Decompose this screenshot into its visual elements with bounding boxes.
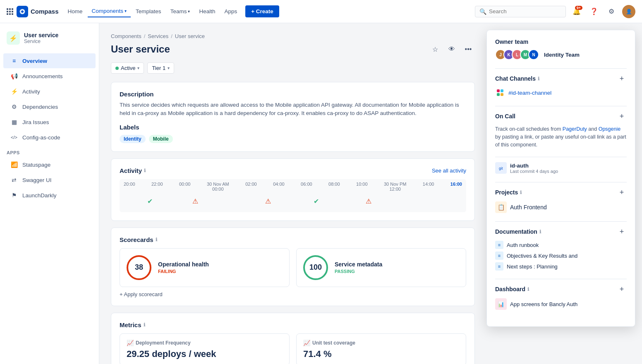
add-on-call-button[interactable]: + bbox=[617, 111, 627, 121]
metric-value-deployment: 29.25 deploys / week bbox=[127, 349, 283, 359]
doc-row-1[interactable]: ≡ Auth runbook bbox=[495, 241, 627, 249]
doc-icon-3: ≡ bbox=[495, 262, 503, 271]
notification-badge: 9+ bbox=[575, 6, 582, 10]
repo-name[interactable]: id-auth bbox=[510, 163, 558, 169]
sidebar-item-jira-issues[interactable]: ▦ Jira Issues bbox=[3, 115, 96, 129]
repo-row[interactable]: git id-auth Last commit 4 days ago bbox=[495, 162, 627, 174]
documentation-info-icon[interactable]: ℹ bbox=[539, 229, 541, 235]
sidebar-item-activity[interactable]: ⚡ Activity bbox=[3, 84, 96, 99]
settings-button[interactable]: ⚙ bbox=[605, 5, 618, 18]
sidebar-item-config-as-code[interactable]: </> Config-as-code bbox=[3, 130, 96, 145]
event-5[interactable]: ⚠ bbox=[366, 197, 371, 205]
doc-row-2[interactable]: ≡ Objectives & Key Results and bbox=[495, 251, 627, 260]
team-avatar-5: N bbox=[528, 49, 539, 60]
opsgenie-link[interactable]: Opsgenie bbox=[599, 126, 621, 132]
add-project-button[interactable]: + bbox=[617, 187, 627, 197]
create-button[interactable]: + Create bbox=[245, 5, 279, 17]
breadcrumb-components[interactable]: Components bbox=[111, 33, 141, 39]
activity-info-icon[interactable]: ℹ bbox=[144, 168, 146, 173]
dashboard-info-icon[interactable]: ℹ bbox=[527, 287, 529, 292]
watch-button[interactable]: 👁 bbox=[445, 43, 458, 56]
chat-info-icon[interactable]: ℹ bbox=[538, 76, 539, 81]
event-3[interactable]: ⚠ bbox=[265, 197, 271, 205]
scorecards-info-icon[interactable]: ℹ bbox=[156, 237, 157, 242]
sidebar-label-activity: Activity bbox=[22, 89, 40, 95]
metric-deployment-frequency[interactable]: 📈 Deployment Frequency 29.25 deploys / w… bbox=[120, 333, 290, 364]
launchdarkly-icon: ⚑ bbox=[10, 191, 18, 199]
scorecard-status-passing: PASSING bbox=[335, 269, 382, 274]
status-chevron-icon: ▾ bbox=[137, 66, 139, 70]
sidebar-item-announcements[interactable]: 📢 Announcements bbox=[3, 69, 96, 84]
sidebar-label-overview: Overview bbox=[22, 58, 47, 64]
nav-teams[interactable]: Teams ▾ bbox=[166, 6, 194, 17]
sidebar-header: ⚡ User service Service bbox=[0, 30, 99, 53]
svg-rect-4 bbox=[501, 93, 503, 96]
doc-name-3[interactable]: Next steps : Planning bbox=[507, 263, 558, 270]
label-identity[interactable]: Identity bbox=[120, 135, 146, 143]
status-badge-active[interactable]: Active ▾ bbox=[111, 62, 144, 74]
user-avatar[interactable]: 👤 bbox=[622, 5, 635, 18]
documentation-header: Documentation ℹ + bbox=[495, 227, 627, 237]
project-row[interactable]: 📋 Auth Frontend bbox=[495, 201, 627, 213]
event-2[interactable]: ⚠ bbox=[192, 197, 198, 205]
identity-team-name[interactable]: Identity Team bbox=[544, 52, 580, 58]
logo[interactable]: Compass bbox=[17, 6, 59, 17]
search-box[interactable]: 🔍 bbox=[475, 6, 566, 17]
on-call-header: On Call + bbox=[495, 111, 627, 121]
more-actions-button[interactable]: ••• bbox=[462, 43, 475, 56]
activity-section: Activity ℹ See all activity 20:0022:0000… bbox=[111, 158, 475, 221]
chat-channels-title: Chat Channels ℹ bbox=[495, 75, 539, 82]
apply-scorecard-button[interactable]: + Apply scorecard bbox=[120, 291, 466, 297]
channel-name[interactable]: #id-team-channel bbox=[508, 90, 551, 96]
event-4[interactable]: ✔ bbox=[314, 197, 319, 205]
timeline-events: ✔ ⚠ ⚠ ✔ ⚠ bbox=[120, 193, 466, 210]
team-row: J K L M N Identity Team bbox=[495, 49, 627, 60]
scorecard-service-metadata[interactable]: 100 Service metadata PASSING bbox=[296, 248, 466, 287]
sidebar-item-statuspage[interactable]: 📶 Statuspage bbox=[3, 157, 96, 172]
on-call-section: On Call + Track on-call schedules from P… bbox=[495, 111, 627, 148]
dashboard-row[interactable]: 📊 App screens for Bancly Auth bbox=[495, 298, 627, 310]
metrics-info-icon[interactable]: ℹ bbox=[144, 322, 145, 328]
sidebar-item-launchdarkly[interactable]: ⚑ LaunchDarkly bbox=[3, 188, 96, 203]
timeline-times: 20:0022:0000:00 30 Nov AM00:00 02:0004:0… bbox=[120, 179, 466, 192]
repo-icon: git bbox=[495, 162, 507, 174]
description-section: Description This service decides which r… bbox=[111, 82, 475, 152]
event-1[interactable]: ✔ bbox=[147, 197, 153, 205]
scorecard-operational-health[interactable]: 38 Operational health FAILING bbox=[120, 248, 290, 287]
nav-components[interactable]: Components ▾ bbox=[88, 5, 131, 17]
label-mobile[interactable]: Mobile bbox=[149, 135, 173, 143]
notifications-button[interactable]: 🔔 9+ bbox=[570, 5, 583, 18]
activity-header: Activity ℹ See all activity bbox=[120, 167, 466, 174]
help-button[interactable]: ❓ bbox=[587, 5, 601, 18]
add-chat-channel-button[interactable]: + bbox=[617, 74, 627, 84]
metric-unit-test-coverage[interactable]: 📈 Unit test coverage 71.4 % bbox=[296, 333, 466, 364]
app-body: ⚡ User service Service ≡ Overview 📢 Anno… bbox=[0, 23, 642, 364]
doc-row-3[interactable]: ≡ Next steps : Planning bbox=[495, 262, 627, 271]
search-input[interactable] bbox=[489, 8, 551, 14]
dashboard-name[interactable]: App screens for Bancly Auth bbox=[510, 301, 577, 307]
logo-text: Compass bbox=[31, 8, 59, 15]
sidebar-item-swagger-ui[interactable]: ⇄ Swagger UI bbox=[3, 172, 96, 187]
sidebar-item-overview[interactable]: ≡ Overview bbox=[3, 53, 96, 68]
pagerduty-link[interactable]: PagerDuty bbox=[563, 126, 587, 132]
nav-apps[interactable]: Apps bbox=[220, 6, 241, 17]
dashboard-header: Dashboard ℹ + bbox=[495, 284, 627, 294]
tier-badge[interactable]: Tier 1 ▾ bbox=[147, 62, 174, 74]
star-button[interactable]: ☆ bbox=[429, 43, 442, 56]
sidebar-service-icon: ⚡ bbox=[7, 31, 20, 45]
project-name[interactable]: Auth Frontend bbox=[510, 204, 547, 211]
breadcrumb-services[interactable]: Services bbox=[148, 33, 168, 39]
score-circle-38: 38 bbox=[127, 255, 151, 280]
doc-name-2[interactable]: Objectives & Key Results and bbox=[507, 253, 577, 259]
sidebar-item-dependencies[interactable]: ⚙ Dependencies bbox=[3, 99, 96, 114]
add-documentation-button[interactable]: + bbox=[617, 227, 627, 237]
nav-home[interactable]: Home bbox=[64, 6, 87, 17]
see-all-activity-link[interactable]: See all activity bbox=[432, 168, 466, 174]
projects-info-icon[interactable]: ℹ bbox=[520, 190, 522, 195]
nav-templates[interactable]: Templates bbox=[132, 6, 165, 17]
add-dashboard-button[interactable]: + bbox=[617, 284, 627, 294]
app-grid-icon[interactable] bbox=[7, 8, 13, 15]
doc-name-1[interactable]: Auth runbook bbox=[507, 242, 539, 248]
page-header-actions: ☆ 👁 ••• bbox=[429, 43, 475, 56]
nav-health[interactable]: Health bbox=[195, 6, 219, 17]
